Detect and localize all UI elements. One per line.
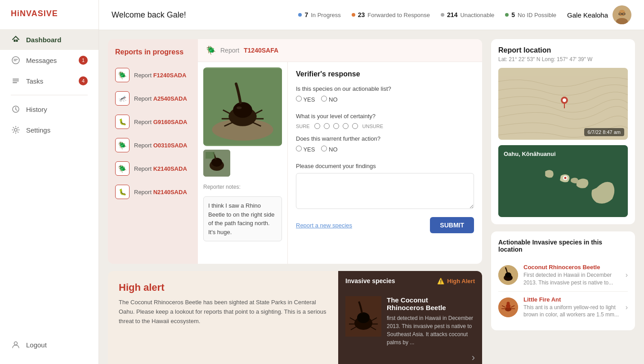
logo-nvasive: NVASIVE <box>20 9 58 18</box>
list-item[interactable]: 🪲 Report K2140SADA <box>108 157 198 180</box>
sidebar-item-history[interactable]: History <box>0 99 98 120</box>
unsure-label: UNSURE <box>362 124 383 129</box>
home-icon <box>11 35 21 44</box>
certainty-radio-5[interactable] <box>352 123 358 129</box>
certainty-radio-4[interactable] <box>343 123 349 129</box>
species-panel-title: Actionable Invasive species in this loca… <box>498 239 628 253</box>
q1-no-radio[interactable] <box>321 96 327 102</box>
sidebar-item-dashboard[interactable]: Dashboard <box>0 29 98 50</box>
stat-in-progress: 7 In Progress <box>298 11 340 18</box>
report-id: Report G9160SADA <box>134 119 188 125</box>
q3-yes-radio[interactable] <box>296 146 302 151</box>
invasive-card-label: Invasive species <box>345 277 395 284</box>
sidebar-item-settings[interactable]: Settings <box>0 120 98 140</box>
q4-label: Please document your findings <box>296 163 474 169</box>
reporter-notes-label: Reporter notes: <box>203 184 282 190</box>
certainty-radio-1[interactable] <box>314 123 320 129</box>
alert-panel: High alert The Coconut Rhinoceros Beetle… <box>108 271 482 364</box>
main-area: Welcome back Gale! 7 In Progress 23 Forw… <box>99 0 644 364</box>
map-coords: Lat: 21° 22′ 53″ N Long: 157° 47′ 39″ W <box>498 56 628 62</box>
settings-icon <box>11 125 21 135</box>
beetle-desc: first detected in Hawaii in December 201… <box>387 314 475 346</box>
report-id: Report A2540SADA <box>134 95 187 102</box>
species-thumb-ant <box>498 297 518 317</box>
list-item[interactable]: 🪲 Report F1240SADA <box>108 63 198 87</box>
q1-yes-radio[interactable] <box>296 96 302 102</box>
q1-yes-label: YES <box>303 96 315 103</box>
q3-no-radio[interactable] <box>321 146 327 151</box>
list-item[interactable]: 🦟 Report A2540SADA <box>108 87 198 110</box>
q1-radio-group: YES NO <box>296 96 474 107</box>
stat-num-progress: 7 <box>304 11 308 18</box>
list-item[interactable]: 🐛 Report G9160SADA <box>108 110 198 133</box>
report-detail-id: T1240SAFA <box>244 47 278 54</box>
report-id: Report O0310SADA <box>134 142 188 149</box>
q3-no-option[interactable]: NO <box>321 146 337 153</box>
q3-yes-option[interactable]: YES <box>296 146 315 153</box>
report-id: Report F1240SADA <box>134 72 186 79</box>
q1-label: Is this species on our actionable list? <box>296 85 474 92</box>
list-item[interactable]: 🐛 Report N2140SADA <box>108 180 198 204</box>
svg-point-48 <box>505 272 511 278</box>
q1-yes-option[interactable]: YES <box>296 96 315 103</box>
q1-no-option[interactable]: NO <box>321 96 337 103</box>
sidebar-item-label: Messages <box>26 57 57 64</box>
user-name: Gale Kealoha <box>567 11 608 19</box>
species-item-fire-ant[interactable]: Little Fire Ant This ant is a uniform ye… <box>498 292 628 324</box>
sidebar-item-tasks[interactable]: Tasks 4 <box>0 71 98 91</box>
submit-button[interactable]: SUBMIT <box>430 217 474 233</box>
reports-title: Reports in progress <box>108 48 198 63</box>
app-logo: HiNVASIVE <box>0 9 98 29</box>
report-new-species-button[interactable]: Report a new species <box>296 222 352 229</box>
main-report-image <box>203 67 282 146</box>
svg-point-42 <box>563 98 566 102</box>
report-id: Report N2140SADA <box>134 189 187 195</box>
high-alert-badge: ⚠️ High Alert <box>437 278 475 284</box>
messages-badge: 1 <box>79 56 88 65</box>
verifier-panel: Verifier's response Is this species on o… <box>288 62 482 264</box>
species-desc-ant: This ant is a uniform yellow-red to ligh… <box>523 304 620 319</box>
stat-dot-green <box>505 13 509 17</box>
beetle-info: The CoconutRhinoceros Beetle first detec… <box>387 296 475 346</box>
svg-point-45 <box>564 177 566 179</box>
certainty-radio-2[interactable] <box>324 123 330 129</box>
sidebar-bottom: Logout <box>0 334 98 355</box>
right-column: Report location Lat: 21° 22′ 53″ N Long:… <box>491 39 635 364</box>
certainty-radio-3[interactable] <box>333 123 339 129</box>
alert-triangle-icon: ⚠️ <box>437 278 444 284</box>
species-info-ant: Little Fire Ant This ant is a uniform ye… <box>523 296 620 319</box>
beetle-more-button[interactable]: › <box>472 352 475 364</box>
stat-label-forwarded: Forwarded to Response <box>367 12 430 18</box>
svg-rect-3 <box>13 79 19 80</box>
stat-noid: 5 No ID Possible <box>505 11 556 18</box>
sidebar-item-messages[interactable]: Messages 1 <box>0 50 98 71</box>
species-item-coconut-beetle[interactable]: Coconut Rhinoceros Beetle First detected… <box>498 259 628 292</box>
list-item[interactable]: 🪲 Report O0310SADA <box>108 133 198 157</box>
sidebar: HiNVASIVE Dashboard Messages 1 Tasks 4 <box>0 0 99 364</box>
svg-point-33 <box>357 312 370 323</box>
stat-dot-gray <box>441 13 444 17</box>
stat-num-unactionable: 214 <box>447 11 457 18</box>
report-detail-icon: 🪲 <box>206 45 216 55</box>
logout-label: Logout <box>26 341 47 349</box>
report-detail: 🪲 Report T1240SAFA <box>198 39 482 264</box>
map-timestamp: 6/7/22 8:47 am <box>584 128 624 136</box>
sidebar-nav: Dashboard Messages 1 Tasks 4 History <box>0 29 98 334</box>
stat-label-noid: No ID Possible <box>518 12 556 18</box>
report-id: Report K2140SADA <box>134 165 187 172</box>
sidebar-item-logout[interactable]: Logout <box>0 334 98 355</box>
map-panel: Report location Lat: 21° 22′ 53″ N Long:… <box>491 39 635 224</box>
q1-no-label: NO <box>329 96 338 103</box>
findings-textarea[interactable] <box>296 173 474 209</box>
question-actionable: Is this species on our actionable list? … <box>296 85 474 107</box>
logo-hi: Hi <box>11 9 20 18</box>
species-desc-beetle: First detected in Hawaii in December 201… <box>523 271 620 287</box>
report-icon-g9160: 🐛 <box>115 115 130 129</box>
messages-icon <box>11 55 21 65</box>
sidebar-divider <box>11 95 88 95</box>
header: Welcome back Gale! 7 In Progress 23 Forw… <box>99 0 644 30</box>
reporter-notes-text: I think I saw a Rhino Beetle to on the r… <box>203 196 282 241</box>
tasks-icon <box>11 76 21 86</box>
tasks-badge: 4 <box>79 76 88 85</box>
svg-point-7 <box>14 129 17 131</box>
